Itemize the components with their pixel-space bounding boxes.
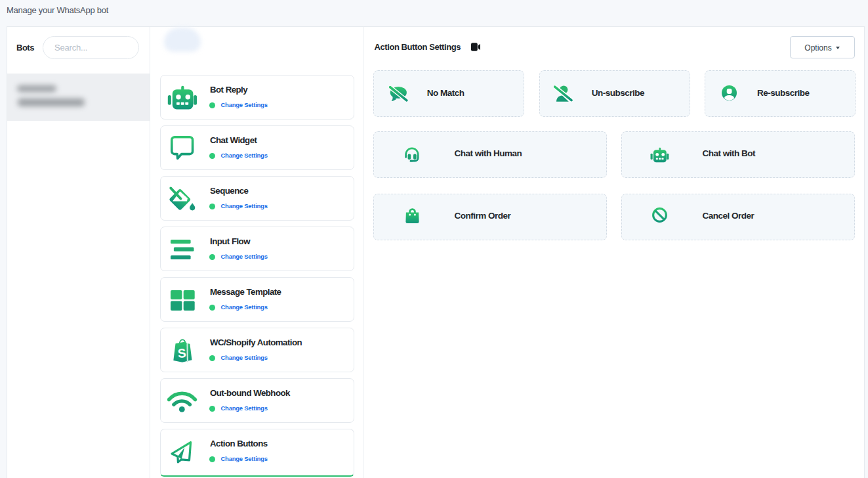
- svg-text:S: S: [177, 346, 186, 360]
